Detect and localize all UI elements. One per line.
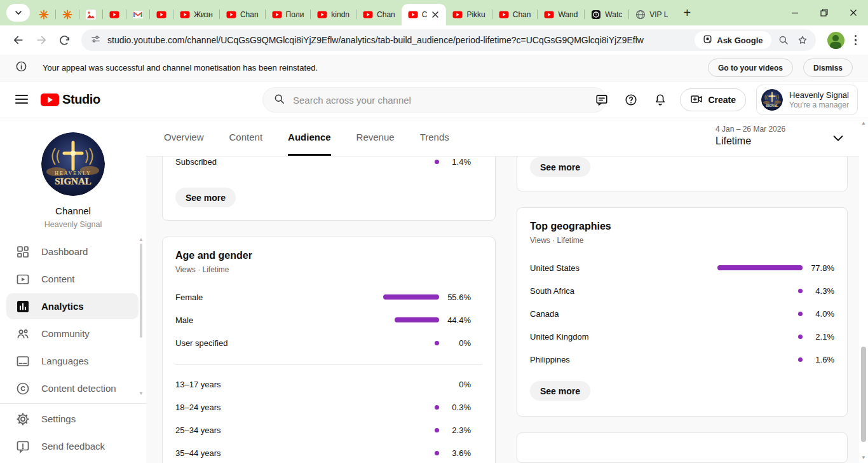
address-bar[interactable]: studio.youtube.com/channel/UCqGsG9QMGlcq… (81, 29, 816, 51)
close-window-button[interactable] (839, 0, 868, 25)
forward-button[interactable] (31, 29, 52, 51)
sidebar-item-dashboard[interactable]: Dashboard (0, 238, 146, 265)
analytics-tab-revenue[interactable]: Revenue (356, 118, 395, 156)
page-scrollbar-thumb[interactable] (861, 347, 866, 442)
settings-icon (15, 411, 31, 427)
youtube-favicon (226, 10, 236, 20)
browser-tab[interactable]: Pikku (446, 4, 491, 25)
tab-search-button[interactable] (6, 4, 30, 22)
stat-value: 1.4% (445, 157, 471, 167)
browser-tab[interactable]: Chan (220, 4, 265, 25)
youtube-studio-logo[interactable]: Studio (41, 92, 100, 107)
browser-tab[interactable] (103, 4, 126, 25)
stat-bar (383, 294, 439, 300)
sidebar-item-content-detection[interactable]: Content detection (0, 375, 146, 402)
browser-tab[interactable] (150, 4, 173, 25)
sidebar-item-settings[interactable]: Settings (0, 405, 146, 432)
back-button[interactable] (8, 29, 29, 51)
stat-dot (798, 312, 803, 316)
scroll-up-icon[interactable]: ▲ (859, 120, 868, 127)
site-info-icon[interactable] (90, 34, 101, 47)
browser-tab[interactable] (32, 4, 55, 25)
scroll-down-icon[interactable]: ▼ (859, 454, 868, 462)
sidebar-scroll-up-icon[interactable]: ▲ (137, 237, 145, 243)
browser-tab[interactable] (126, 4, 149, 25)
url-text[interactable]: studio.youtube.com/channel/UCqGsG9QMGlcq… (107, 35, 695, 45)
stat-label: 25–34 years (175, 425, 435, 435)
stat-row: Female55.6% (175, 286, 471, 308)
browser-tab[interactable]: Chan (356, 4, 402, 25)
chevron-down-icon[interactable] (831, 131, 845, 145)
notifications-bell-icon[interactable] (648, 88, 672, 112)
channel-search-box[interactable] (262, 87, 607, 113)
browser-tab[interactable]: Жизн (173, 4, 219, 25)
monetisation-banner: Your appeal was successful and channel m… (0, 55, 868, 81)
stat-label: Female (175, 293, 383, 302)
restore-button[interactable] (810, 0, 839, 25)
sidebar-item-label: Content (41, 273, 75, 284)
browser-tab-active[interactable]: C (402, 4, 447, 25)
stat-row: South Africa4.3% (530, 279, 834, 302)
see-more-button[interactable]: See more (530, 381, 590, 401)
youtube-favicon (272, 10, 282, 20)
ask-google-chip[interactable]: Ask Google (695, 31, 771, 49)
channel-avatar[interactable] (41, 132, 105, 196)
sidebar-item-label: Content detection (41, 383, 116, 394)
see-more-button[interactable]: See more (175, 188, 236, 207)
sidebar-item-community[interactable]: Community (0, 320, 146, 347)
sidebar-scrollbar-thumb[interactable] (140, 244, 142, 338)
sidebar-scroll-down-icon[interactable]: ▼ (137, 390, 145, 397)
sidebar-item-analytics[interactable]: Analytics (0, 293, 146, 320)
account-chip[interactable]: Heavenly Signal You're a manager (756, 85, 858, 115)
stat-label: 13–17 years (175, 380, 439, 389)
tab-title: VIP L (649, 10, 668, 19)
stat-dot (435, 428, 439, 432)
analytics-tab-content[interactable]: Content (229, 118, 263, 156)
sidebar-item-send-feedback[interactable]: Send feedback (0, 432, 146, 460)
analytics-tab-overview[interactable]: Overview (164, 118, 204, 156)
sidebar-item-content[interactable]: Content (0, 265, 146, 293)
minimize-button[interactable] (780, 0, 810, 25)
stat-visual (717, 265, 803, 270)
browser-menu-button[interactable] (851, 31, 861, 50)
browser-tab[interactable]: Chan (492, 4, 538, 25)
help-icon[interactable] (619, 88, 643, 112)
stat-label: Subscribed (175, 157, 435, 167)
account-name: Heavenly Signal (789, 90, 849, 100)
browser-tab[interactable]: kindn (311, 4, 356, 25)
search-input[interactable] (293, 95, 596, 106)
dismiss-button[interactable]: Dismiss (803, 59, 853, 77)
analytics-tab-trends[interactable]: Trends (420, 118, 449, 156)
page-scrollbar[interactable]: ▲ ▼ (859, 118, 868, 463)
browser-tab[interactable] (79, 4, 102, 25)
sidebar-item-languages[interactable]: Languages (0, 347, 146, 375)
hamburger-menu-icon[interactable] (15, 95, 28, 104)
sidebar-item-label: Settings (41, 413, 76, 424)
analytics-tab-audience[interactable]: Audience (288, 118, 331, 156)
browser-tab[interactable] (56, 4, 79, 25)
comments-icon[interactable] (590, 88, 614, 112)
bookmark-star-icon[interactable] (793, 31, 812, 50)
tab-title: Wand (558, 10, 578, 19)
stat-row: United Kingdom2.1% (530, 325, 834, 348)
browser-tab[interactable]: VIP L (629, 4, 674, 25)
browser-tab[interactable]: Wand (538, 4, 584, 25)
browser-profile-avatar[interactable] (827, 32, 844, 49)
see-more-button[interactable]: See more (530, 157, 590, 177)
browser-tab[interactable]: Watc (585, 4, 628, 25)
new-tab-button[interactable]: + (678, 4, 696, 22)
go-to-videos-button[interactable]: Go to your videos (708, 59, 793, 77)
zoom-search-icon[interactable] (774, 31, 793, 50)
reload-button[interactable] (53, 29, 75, 51)
create-button[interactable]: Create (680, 88, 746, 111)
next-card-partial (517, 432, 848, 463)
stat-row: Philippines1.6% (530, 348, 834, 371)
browser-tab[interactable]: Поли (266, 4, 311, 25)
card-subtitle: Views · Lifetime (175, 265, 482, 275)
tab-close-icon[interactable] (431, 10, 440, 19)
subscription-card-partial: Subscribed1.4% See more (162, 156, 496, 221)
stat-label: United States (530, 263, 717, 273)
stat-label: 18–24 years (175, 403, 435, 412)
date-range-selector[interactable]: 4 Jan – 26 Mar 2026 Lifetime (715, 125, 785, 147)
tab-title: Chan (377, 10, 395, 19)
